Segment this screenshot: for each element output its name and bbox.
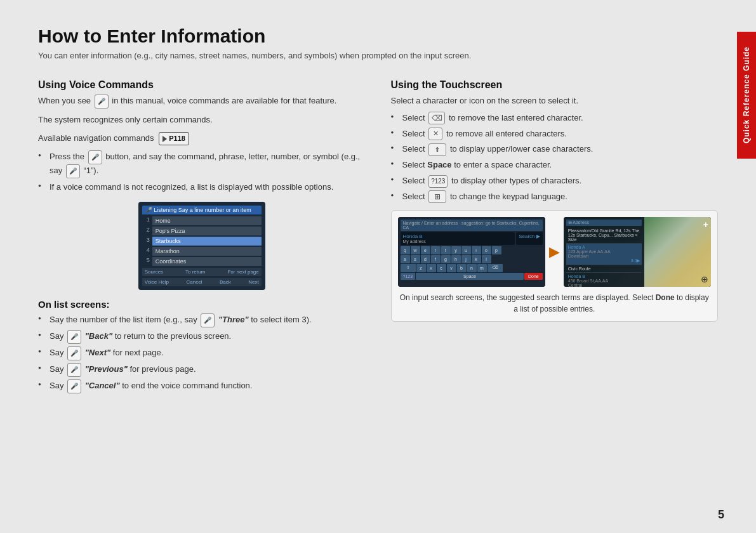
ts-bullet-5: Select ?123 to display other types of ch…	[391, 174, 719, 188]
case-icon: ⇧	[428, 143, 446, 156]
screenshot-row-3: 3 Starbucks	[142, 237, 262, 246]
map-compass-icon: ⊕	[701, 274, 708, 284]
input-screens-row: Navigate / Enter an address · suggestion…	[398, 217, 712, 287]
map-list-overlay: ☰ Address Pleasanton/Old Granite Rd, 12s…	[564, 217, 645, 287]
page-title: How to Enter Information	[38, 25, 718, 47]
touchscreen-heading: Using the Touchscreen	[391, 79, 719, 91]
tab-label: Quick Reference Guide	[742, 46, 751, 143]
bullet1-c: “1”).	[83, 166, 98, 176]
mic-icon-cancel: 🎤	[67, 379, 81, 393]
map-screen: ☰ Address Pleasanton/Old Granite Rd, 12s…	[564, 217, 711, 287]
arrow-right-icon: ▶	[549, 244, 560, 260]
list-screen-bullets: Say the number of the list item (e.g., s…	[38, 313, 366, 393]
123-icon: ?123	[428, 175, 448, 188]
right-tab: Quick Reference Guide	[737, 32, 756, 159]
mic-icon-prev: 🎤	[67, 363, 81, 377]
screenshot-title: 🎤 Listening Say a line number or an item	[142, 206, 262, 214]
two-col-layout: Using Voice Commands When you see 🎤 in t…	[38, 79, 718, 398]
mic-icon-say: 🎤	[66, 164, 80, 178]
list-bullet-4: Say 🎤 "Previous" for previous page.	[38, 363, 366, 377]
listening-screenshot: 🎤 Listening Say a line number or an item…	[138, 202, 265, 290]
screenshot-row-2: 2 Pop's Pizza	[142, 227, 262, 235]
ts-bullet-4: Select Space to enter a space character.	[391, 159, 719, 172]
list-bullet-1: Say the number of the list item (e.g., s…	[38, 313, 366, 327]
voice-commands-heading: Using Voice Commands	[38, 79, 366, 91]
voice-intro-text2: in this manual, voice commands are avail…	[112, 96, 336, 105]
nav-commands-ref: Available navigation commands P118	[38, 132, 366, 146]
map-plus-icon: +	[703, 220, 708, 230]
left-column: Using Voice Commands When you see 🎤 in t…	[38, 79, 366, 398]
clear-icon: ✕	[428, 128, 442, 140]
ts-bullet-1: Select ⌫ to remove the last entered char…	[391, 112, 719, 125]
nav-kb-visual: Navigate / Enter an address · suggestion…	[398, 217, 545, 287]
page-container: Quick Reference Guide 5 How to Enter Inf…	[0, 0, 756, 533]
on-list-heading: On list screens:	[38, 299, 366, 310]
input-screen-box: Navigate / Enter an address · suggestion…	[391, 210, 719, 322]
voice-intro: When you see 🎤 in this manual, voice com…	[38, 95, 366, 109]
voice-icon-inline: 🎤	[95, 95, 109, 109]
right-column: Using the Touchscreen Select a character…	[391, 79, 719, 398]
bullet1-a: Press the	[50, 152, 84, 162]
p118-ref: P118	[159, 132, 189, 146]
ts-bullet-3: Select ⇧ to display upper/lower case cha…	[391, 143, 719, 156]
page-number: 5	[718, 508, 724, 522]
mic-icon-next: 🎤	[67, 346, 81, 360]
screenshot-row-1: 1 Home	[142, 216, 262, 225]
ts-bullet-2: Select ✕ to remove all entered character…	[391, 128, 719, 141]
touchscreen-intro: Select a character or icon on the screen…	[391, 95, 719, 108]
voice-bullet-1: Press the 🎤 button, and say the command,…	[38, 150, 366, 178]
voice-bullets: Press the 🎤 button, and say the command,…	[38, 150, 366, 194]
mic-icon-back: 🎤	[67, 330, 81, 344]
list-bullet-3: Say 🎤 "Next" for next page.	[38, 346, 366, 360]
page-subtitle: You can enter information (e.g., city na…	[38, 51, 718, 60]
voice-para2: The system recognizes only certain comma…	[38, 114, 366, 127]
screenshot-row-5: 5 Coordinates	[142, 257, 262, 266]
caption-text: On input search screens, the suggested s…	[400, 293, 654, 302]
map-visual: ☰ Address Pleasanton/Old Granite Rd, 12s…	[564, 217, 711, 287]
input-screen-caption: On input search screens, the suggested s…	[398, 292, 712, 315]
ts-bullet-6: Select ⊞ to change the keypad language.	[391, 190, 719, 204]
screenshot-row-4: 4 Marathon	[142, 247, 262, 256]
mic-icon-three: 🎤	[201, 313, 215, 327]
nav-commands-label: Available navigation commands	[38, 133, 154, 143]
caption-bold: Done	[656, 293, 675, 302]
screenshot-footer: Sources To return For next page	[142, 268, 262, 276]
lang-icon: ⊞	[428, 190, 446, 203]
list-bullet-2: Say 🎤 "Back" to return to the previous s…	[38, 330, 366, 344]
ref-arrow	[162, 136, 167, 142]
list-bullet-5: Say 🎤 "Cancel" to end the voice command …	[38, 379, 366, 393]
touchscreen-bullets: Select ⌫ to remove the last entered char…	[391, 112, 719, 204]
voice-intro-text: When you see	[38, 96, 91, 105]
screenshot-box: 🎤 Listening Say a line number or an item…	[138, 202, 265, 290]
mic-button-icon: 🎤	[88, 150, 102, 164]
backspace-icon: ⌫	[428, 112, 445, 124]
keyboard-screen: Navigate / Enter an address · suggestion…	[398, 217, 545, 287]
screenshot-footer-2: Voice Help Cancel Back Next	[142, 278, 262, 286]
voice-bullet-2: If a voice command is not recognized, a …	[38, 181, 366, 194]
